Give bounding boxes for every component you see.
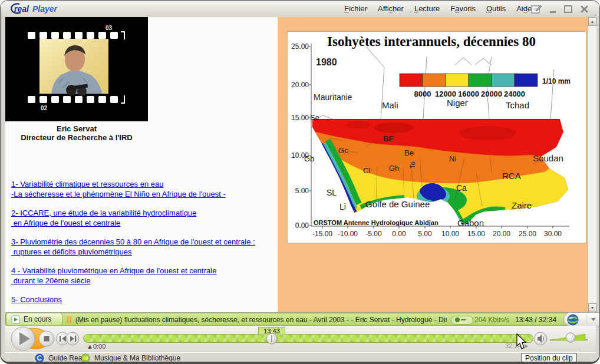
chevron-down-icon[interactable] (591, 318, 596, 323)
svg-text:10.00: 10.00 (441, 230, 459, 238)
globe-icon (566, 313, 579, 326)
chapter-link-4[interactable]: 4 - Variabilité pluviométrique en Afriqu… (11, 266, 276, 286)
svg-text:Be: Be (404, 148, 414, 157)
svg-text:Gabon: Gabon (457, 218, 484, 228)
menu-favoris[interactable]: Favoris (450, 4, 476, 13)
map-year: 1980 (316, 57, 337, 67)
video-area[interactable]: 03 (5, 17, 148, 121)
status-bar: En cours (Mis en pause) fluctuations cli… (5, 313, 596, 326)
realplayer-logo: real Player (6, 2, 71, 15)
menu-bar: Fichier Afficher Lecture Favoris Outils … (344, 4, 532, 13)
music-library-icon (81, 353, 90, 362)
svg-text:Player: Player (32, 4, 58, 14)
real-guide-icon (35, 353, 44, 362)
now-playing-label: En cours (24, 315, 51, 323)
isohyet-map: Isohyètes interannuels, décennies 80 198… (287, 31, 586, 243)
svg-text:BF: BF (383, 134, 393, 143)
message-icon[interactable] (530, 4, 542, 15)
mute-button[interactable] (534, 332, 547, 345)
volume-slider[interactable] (550, 333, 588, 342)
svg-text:15.00: 15.00 (467, 230, 485, 238)
seek-thumb[interactable] (266, 333, 277, 344)
svg-text:To: To (409, 161, 416, 168)
svg-text:-10.00: -10.00 (338, 230, 358, 238)
svg-text:Zaire: Zaire (512, 200, 532, 210)
legend-unit: 1/10 mm (542, 77, 571, 85)
svg-text:RCA: RCA (502, 171, 521, 181)
svg-text:20.00: 20.00 (291, 81, 309, 89)
svg-text:Li: Li (339, 202, 346, 211)
film-strip: 03 (5, 17, 148, 121)
close-button[interactable] (581, 5, 588, 13)
svg-text:Ca: Ca (456, 183, 467, 193)
transport-bar: 13:43 ▲0:00 32:34 ► (5, 326, 596, 352)
map-legend: 8000 12000 16000 20000 24000 1/10 mm (400, 74, 571, 98)
svg-text:20000: 20000 (481, 90, 502, 98)
next-button[interactable] (66, 332, 79, 345)
svg-text:0.00: 0.00 (392, 230, 406, 238)
realplayer-window: real Player Fichier Afficher Lecture Fav… (0, 0, 600, 364)
now-playing-tab[interactable]: En cours (6, 313, 62, 326)
svg-text:25.00: 25.00 (291, 42, 309, 51)
stop-button[interactable] (39, 331, 54, 346)
film-frame-number-top: 03 (106, 25, 113, 31)
menu-outils[interactable]: Outils (486, 4, 506, 13)
footer-bar: Guide Real Musique & Ma Bibliothèque (5, 352, 596, 362)
title-bar[interactable]: real Player Fichier Afficher Lecture Fav… (1, 1, 599, 17)
menu-afficher[interactable]: Afficher (378, 4, 404, 13)
chapter-link-5[interactable]: 5- Conclusions (11, 294, 276, 305)
svg-text:8000: 8000 (414, 90, 431, 98)
menu-lecture[interactable]: Lecture (414, 4, 440, 13)
svg-text:Gb: Gb (304, 154, 314, 163)
maximize-button[interactable] (564, 5, 572, 13)
content-area: 03 (5, 17, 596, 313)
chapter-link-1[interactable]: 1- Variabilité climatique et ressources … (11, 179, 276, 199)
map-attribution: ORSTOM Antenne Hydrologique Abidjan (314, 219, 439, 226)
svg-text:5.00: 5.00 (295, 187, 309, 195)
guide-real-link[interactable]: Guide Real (35, 353, 84, 362)
svg-text:Soudan: Soudan (533, 153, 563, 163)
window-frame: real Player Fichier Afficher Lecture Fav… (0, 0, 600, 364)
media-browser-button[interactable] (563, 312, 599, 326)
presentation-panel: 03 (5, 17, 278, 312)
now-playing-icon (11, 315, 20, 324)
svg-text:-15.00: -15.00 (312, 230, 332, 238)
svg-text:20.00: 20.00 (493, 230, 510, 238)
svg-text:30.00: 30.00 (544, 230, 562, 238)
svg-text:Gc: Gc (338, 146, 348, 155)
svg-text:real: real (14, 4, 29, 14)
scroll-up-button[interactable]: ▲ (588, 17, 596, 26)
speaker-name: Eric Servat (5, 124, 148, 133)
svg-text:12000: 12000 (435, 90, 456, 98)
svg-text:Niger: Niger (447, 98, 468, 108)
svg-text:-5.00: -5.00 (365, 230, 382, 238)
slide-panel: Isohyètes interannuels, décennies 80 198… (278, 17, 588, 312)
scroll-down-button[interactable]: ▼ (588, 303, 596, 312)
chapter-link-2[interactable]: 2- ICCARE, une étude de la variabilité h… (11, 208, 276, 228)
svg-text:5.00: 5.00 (418, 230, 432, 238)
svg-text:16000: 16000 (458, 90, 479, 98)
svg-text:25.00: 25.00 (519, 230, 536, 238)
menu-fichier[interactable]: Fichier (344, 4, 367, 13)
music-library-link[interactable]: Musique & Ma Bibliothèque (81, 353, 180, 362)
film-frame-number-bottom: 02 (41, 105, 48, 111)
chapter-links: 1- Variabilité climatique et ressources … (11, 179, 276, 312)
chapter-link-3[interactable]: 3- Pluviométrie des décennies 50 à 80 en… (11, 237, 276, 257)
svg-text:Golfe de Guinee: Golfe de Guinee (365, 199, 430, 209)
map-title: Isohyètes interannuels, décennies 80 (327, 34, 536, 49)
svg-text:24000: 24000 (504, 90, 525, 98)
bitrate-label: 204 Kbits/s (474, 316, 509, 324)
svg-text:Ni: Ni (449, 154, 456, 163)
svg-text:Se: Se (310, 113, 319, 122)
clip-title-text: (Mis en pause) fluctuations climatiques,… (75, 316, 447, 324)
menu-aide[interactable]: Aide (516, 4, 532, 13)
vertical-scrollbar[interactable]: ▲ ▼ (588, 17, 596, 312)
volume-thumb[interactable] (566, 333, 575, 342)
svg-text:SL: SL (327, 188, 337, 197)
svg-text:0.00: 0.00 (295, 221, 309, 230)
bandwidth-icon (451, 316, 473, 325)
video-thumbnail-photo (39, 39, 108, 96)
svg-text:Cl: Cl (363, 166, 370, 175)
minimize-button[interactable] (550, 5, 556, 13)
svg-text:Mauritanie: Mauritanie (314, 92, 352, 102)
